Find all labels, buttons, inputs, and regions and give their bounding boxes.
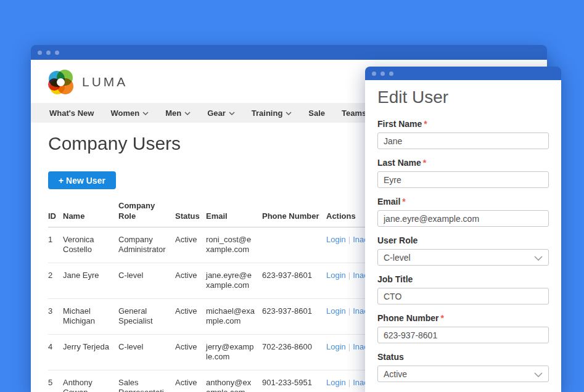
traffic-light-dot-icon[interactable] [380, 71, 385, 76]
cell-id: 2 [48, 263, 63, 299]
required-marker: * [423, 158, 426, 168]
cell-email: anthony@example.com [206, 370, 262, 392]
cell-phone: 702-236-8600 [262, 335, 326, 370]
nav-item-teams[interactable]: Teams [342, 108, 366, 118]
cell-name: Anthony Cowan [63, 370, 118, 392]
cell-id: 1 [48, 227, 63, 263]
action-separator: | [348, 306, 350, 316]
cell-name: Michael Michigan [63, 299, 118, 335]
new-user-button[interactable]: + New User [48, 171, 116, 189]
user-role-select[interactable]: C-level [377, 249, 549, 266]
required-marker: * [424, 119, 427, 129]
action-separator: | [348, 235, 350, 244]
cell-phone [262, 227, 326, 263]
status-label: Status [377, 352, 549, 362]
luma-logo-icon[interactable] [48, 70, 73, 95]
first-name-field-group: First Name* [377, 119, 549, 149]
last-name-label: Last Name* [377, 158, 549, 168]
brand-name: LUMA [82, 75, 128, 89]
user-role-value: C-level [384, 253, 411, 263]
nav-item-gear[interactable]: Gear [207, 108, 235, 118]
chevron-down-icon [286, 112, 292, 115]
nav-label: Training [252, 108, 283, 118]
action-separator: | [348, 342, 350, 351]
column-header-id: ID [48, 199, 63, 227]
cell-phone: 623-937-8601 [262, 299, 326, 335]
login-link[interactable]: Login [326, 271, 346, 280]
first-name-input[interactable] [377, 133, 549, 149]
cell-role: Company Administrator [118, 227, 175, 263]
action-separator: | [348, 378, 350, 387]
nav-label: Teams [342, 108, 366, 118]
login-link[interactable]: Login [326, 342, 346, 351]
required-marker: * [402, 197, 405, 206]
nav-label: What's New [49, 108, 94, 118]
cell-name: Jane Eyre [63, 263, 118, 299]
email-input[interactable] [377, 210, 549, 227]
edit-user-form: Edit User First Name* Last Name* Email* … [365, 80, 561, 392]
nav-item-sale[interactable]: Sale [308, 108, 325, 118]
cell-role: C-level [118, 335, 175, 370]
last-name-input[interactable] [377, 171, 549, 188]
cell-id: 4 [48, 335, 63, 370]
cell-status: Active [175, 335, 206, 370]
cell-name: Veronica Costello [63, 227, 118, 263]
traffic-light-dot-icon[interactable] [372, 71, 376, 76]
nav-item-whats-new[interactable]: What's New [49, 108, 94, 118]
job-title-label: Job Title [377, 274, 549, 284]
chevron-down-icon [229, 112, 235, 115]
traffic-light-dot-icon[interactable] [389, 71, 393, 76]
cell-status: Active [175, 263, 206, 299]
nav-label: Gear [207, 108, 226, 118]
first-name-label: First Name* [377, 119, 549, 129]
cell-email: jane.eyre@example.com [206, 263, 262, 299]
modal-titlebar [365, 67, 561, 80]
login-link[interactable]: Login [326, 306, 346, 316]
user-role-field-group: User Role C-level [377, 235, 549, 266]
nav-item-men[interactable]: Men [165, 108, 191, 118]
nav-label: Men [165, 108, 181, 118]
column-header-status: Status [175, 199, 206, 227]
nav-item-women[interactable]: Women [110, 108, 149, 118]
cell-role: General Specialist [118, 299, 175, 335]
nav-label: Sale [308, 108, 325, 118]
user-role-label: User Role [377, 235, 549, 245]
cell-email: jerry@example.com [206, 335, 262, 370]
cell-email: michael@example.com [206, 299, 262, 335]
email-field-group: Email* [377, 197, 549, 227]
status-value: Active [384, 369, 407, 379]
modal-title: Edit User [377, 88, 549, 107]
cell-role: C-level [118, 263, 175, 299]
job-title-input[interactable] [377, 288, 549, 304]
cell-status: Active [175, 370, 206, 392]
cell-id: 5 [48, 370, 63, 392]
chevron-down-icon [142, 112, 149, 115]
chevron-down-icon [184, 112, 191, 115]
main-window-titlebar [31, 45, 547, 60]
status-field-group: Status Active [377, 352, 549, 382]
nav-item-training[interactable]: Training [252, 108, 292, 118]
cell-status: Active [175, 299, 206, 335]
login-link[interactable]: Login [326, 378, 346, 387]
cell-phone: 623-937-8601 [262, 263, 326, 299]
phone-number-field-group: Phone Number* [377, 313, 549, 343]
job-title-field-group: Job Title [377, 274, 549, 304]
chevron-down-icon [534, 369, 543, 379]
column-header-phone: Phone Number [262, 199, 326, 227]
column-header-email: Email [206, 199, 262, 227]
column-header-name: Name [63, 199, 118, 227]
traffic-light-dot-icon[interactable] [38, 51, 42, 55]
cell-status: Active [175, 227, 206, 263]
cell-phone: 901-233-5951 [262, 370, 326, 392]
last-name-field-group: Last Name* [377, 158, 549, 188]
cell-email: roni_cost@example.com [206, 227, 262, 263]
cell-id: 3 [48, 299, 63, 335]
traffic-light-dot-icon[interactable] [46, 51, 51, 55]
login-link[interactable]: Login [326, 235, 346, 244]
chevron-down-icon [534, 253, 543, 263]
phone-number-input[interactable] [377, 327, 549, 343]
traffic-light-dot-icon[interactable] [55, 51, 59, 55]
phone-number-label: Phone Number* [377, 313, 549, 323]
status-select[interactable]: Active [377, 365, 549, 382]
cell-role: Sales Representative [118, 370, 175, 392]
